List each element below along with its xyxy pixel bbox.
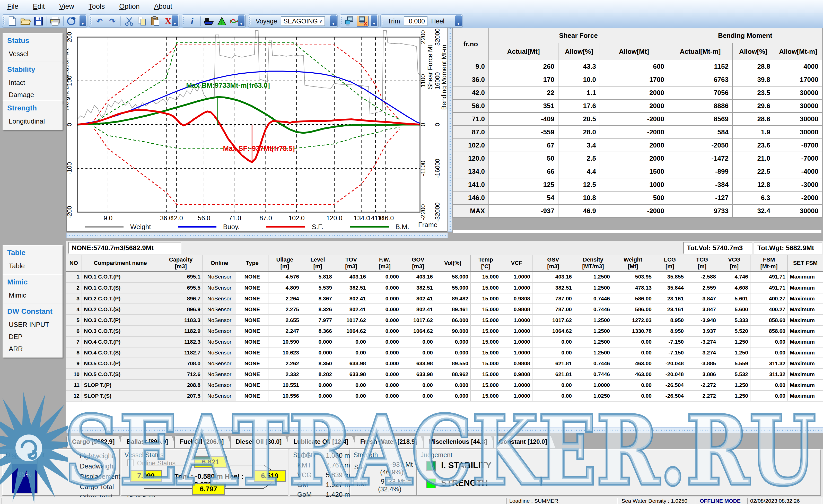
table-horizontal-scrollbar[interactable] (66, 427, 823, 433)
temp[interactable]: 15.000 (471, 326, 501, 336)
compartment-row[interactable]: 12 SLOP T.(S) 207.5 NoSensor NONE 10.556… (66, 390, 823, 401)
density[interactable]: 0.7446 (574, 369, 612, 380)
level[interactable]: 5.539 (301, 282, 334, 293)
compartment-row[interactable]: 5 NO.3 C.O.T.(P) 1183.3 NoSensor NONE 2.… (66, 315, 823, 326)
column-header[interactable]: NO (66, 255, 82, 272)
level[interactable]: 0.000 (301, 347, 334, 358)
tank-tab[interactable]: Fresh Water [218.9] (355, 436, 426, 448)
temp[interactable]: 15.000 (471, 272, 501, 282)
ullage[interactable]: 2.655 (269, 315, 301, 326)
sf-bm-row[interactable]: 42.0 22 1.1 2000 7056 23.5 30000 (453, 86, 822, 99)
set-fsm[interactable]: Maximum (788, 390, 823, 401)
compartment-row[interactable]: 8 NO.4 C.O.T.(S) 1182.7 NoSensor NONE 10… (66, 347, 823, 358)
type-cell[interactable]: NONE (236, 369, 269, 380)
open-file-button[interactable] (20, 16, 31, 26)
tank-tab[interactable]: Miscellenious [44.3] (423, 436, 495, 448)
ullage[interactable]: 4.809 (269, 282, 301, 293)
stability-view-button[interactable] (216, 16, 228, 26)
ullage[interactable]: 2.247 (269, 326, 301, 336)
exit-button[interactable] (66, 16, 78, 26)
sidebar-item-dw[interactable]: DEP (3, 330, 62, 342)
ullage[interactable]: 10.623 (269, 347, 301, 358)
level[interactable]: 8.350 (301, 358, 334, 369)
tank-tab[interactable]: Diesel Oil [30.0] (230, 436, 290, 448)
temp[interactable]: 15.000 (471, 380, 501, 390)
type-cell[interactable]: NONE (236, 390, 269, 401)
density[interactable]: 1.0000 (574, 380, 612, 390)
compartment-row[interactable]: 3 NO.2 C.O.T.(P) 896.7 NoSensor NONE 2.2… (66, 293, 823, 304)
set-fsm[interactable]: Maximum (788, 282, 823, 293)
column-header[interactable]: Capacity[m3] (159, 255, 203, 272)
column-header[interactable]: VCG[m] (718, 255, 751, 272)
compartment-row[interactable]: 7 NO.4 C.O.T.(P) 1182.3 NoSensor NONE 10… (66, 336, 823, 347)
menu-item[interactable]: About (147, 0, 180, 13)
temp[interactable]: 15.000 (471, 369, 501, 380)
compartment-row[interactable]: 4 NO.2 C.O.T.(S) 896.9 NoSensor NONE 2.2… (66, 304, 823, 315)
column-header[interactable]: Type (236, 255, 269, 272)
column-header[interactable]: Ullage[m] (269, 255, 301, 272)
voyage-select[interactable]: SEAGOING∨ (281, 16, 325, 26)
online-cell[interactable]: NoSensor (203, 293, 236, 304)
density[interactable]: 1.2500 (574, 336, 612, 347)
sidebar-item-longitudinal[interactable]: Longitudinal (3, 115, 62, 127)
type-cell[interactable]: NONE (236, 336, 269, 347)
set-fsm[interactable]: Maximum (788, 336, 823, 347)
sidebar-item-dw[interactable]: ARR (3, 342, 62, 354)
type-cell[interactable]: NONE (236, 293, 269, 304)
ullage[interactable]: 10.556 (269, 390, 301, 401)
type-cell[interactable]: NONE (236, 358, 269, 369)
compartment-row[interactable]: 9 NO.5 C.O.T.(P) 708.0 NoSensor NONE 2.2… (66, 358, 823, 369)
sf-bm-row[interactable]: 87.0 -559 28.0 -2000 584 1.9 30000 (453, 126, 822, 139)
toolbar-grip[interactable] (183, 17, 185, 25)
ullage[interactable]: 4.576 (269, 272, 301, 282)
online-cell[interactable]: NoSensor (203, 369, 236, 380)
online-cell[interactable]: NoSensor (203, 282, 236, 293)
column-header[interactable]: SET FSM (788, 255, 823, 272)
column-header[interactable]: VCF (501, 255, 532, 272)
temp[interactable]: 15.000 (471, 282, 501, 293)
density[interactable]: 1.2500 (574, 282, 612, 293)
temp[interactable]: 15.000 (471, 304, 501, 315)
toolbar-overflow-chevron[interactable]: ▼ (172, 15, 178, 26)
menu-item[interactable]: Option (112, 0, 147, 13)
ullage[interactable]: 10.551 (269, 380, 301, 390)
set-fsm[interactable]: Maximum (788, 315, 823, 326)
column-header[interactable]: GOV[m3] (401, 255, 435, 272)
sf-bm-row[interactable]: 9.0 260 43.3 600 1152 28.8 4000 (453, 60, 822, 73)
chart-horizontal-scrollbar[interactable] (66, 233, 448, 238)
column-header[interactable]: LCG[m] (654, 255, 686, 272)
set-fsm[interactable]: Maximum (788, 272, 823, 282)
toolbar-overflow-chevron[interactable]: ▼ (238, 15, 244, 26)
online-cell[interactable]: NoSensor (203, 380, 236, 390)
type-cell[interactable]: NONE (236, 380, 269, 390)
temp[interactable]: 15.000 (471, 336, 501, 347)
set-fsm[interactable]: Maximum (788, 358, 823, 369)
sidebar-item-table[interactable]: Table (3, 260, 62, 272)
toolbar-grip[interactable] (382, 17, 383, 25)
toolbar-overflow-chevron[interactable]: ▼ (455, 15, 462, 26)
ullage[interactable]: 2.262 (269, 358, 301, 369)
type-cell[interactable]: NONE (236, 304, 269, 315)
offline-mode-button[interactable]: x (357, 16, 368, 26)
sidebar-item-stability[interactable]: Intact (3, 76, 62, 88)
online-mode-button[interactable] (344, 16, 355, 26)
density[interactable]: 1.2500 (574, 347, 612, 358)
redo-button[interactable]: ↷ (107, 16, 118, 26)
compartment-row[interactable]: 6 NO.3 C.O.T.(S) 1182.9 NoSensor NONE 2.… (66, 326, 823, 336)
ullage[interactable]: 2.275 (269, 304, 301, 315)
toolbar-overflow-chevron[interactable]: ▼ (330, 15, 337, 26)
type-cell[interactable]: NONE (236, 326, 269, 336)
toolbar-grip[interactable] (341, 17, 343, 25)
tank-tab[interactable]: Constant [120.0] (493, 436, 555, 448)
ullage[interactable]: 2.332 (269, 369, 301, 380)
density[interactable]: 1.2500 (574, 272, 612, 282)
sf-bm-row[interactable]: 36.0 170 10.0 1700 6763 39.8 17000 (453, 73, 822, 86)
density[interactable]: 0.7446 (574, 304, 612, 315)
sf-bm-row[interactable]: 141.0 125 12.5 1000 -384 12.8 -3000 (453, 178, 822, 191)
compartment-row[interactable]: 10 NO.5 C.O.T.(S) 712.6 NoSensor NONE 2.… (66, 369, 823, 380)
column-header[interactable]: Density[MT/m3] (574, 255, 612, 272)
compartment-row[interactable]: 2 NO.1 C.O.T.(S) 695.5 NoSensor NONE 4.8… (66, 282, 823, 293)
toolbar-grip[interactable] (90, 17, 92, 25)
temp[interactable]: 15.000 (471, 347, 501, 358)
toolbar-grip[interactable] (250, 17, 251, 25)
